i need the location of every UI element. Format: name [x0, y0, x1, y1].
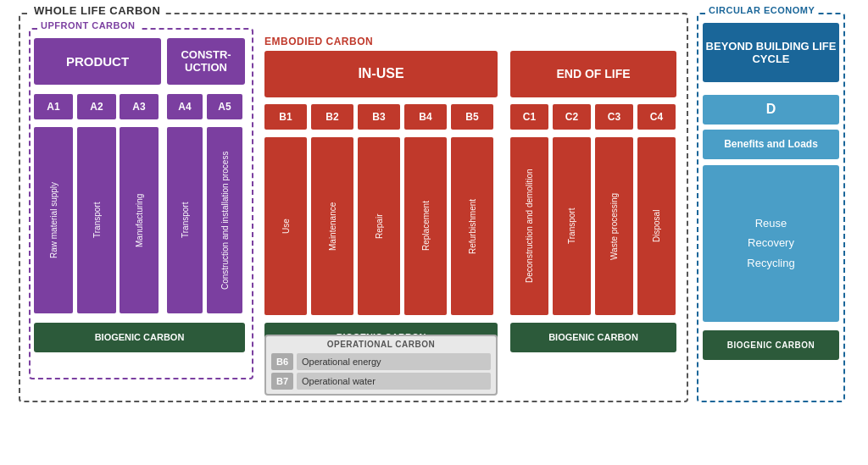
diagram-wrapper: WHOLE LIFE CARBON UPFRONT CARBON EMBODIE…: [19, 13, 849, 453]
recovery-label: Recovery: [748, 233, 794, 252]
item-construction-process: Construction and installation process: [207, 127, 242, 313]
circular-economy-label: CIRCULAR ECONOMY: [705, 5, 818, 15]
item-deconstruction: Deconstruction and demolition: [510, 137, 548, 315]
biogenic-carbon-end-of-life: BIOGENIC CARBON: [510, 323, 676, 352]
stage-c4: C4: [637, 104, 676, 130]
beyond-building-header: BEYOND BUILDING LIFE CYCLE: [703, 23, 839, 82]
item-maintenance: Maintenance: [311, 137, 353, 315]
stage-a4: A4: [167, 94, 203, 119]
operational-carbon-label: OPERATIONAL CARBON: [266, 336, 496, 351]
stage-b3: B3: [358, 104, 400, 130]
d-box: D: [703, 95, 839, 125]
biogenic-carbon-circular: BIOGENIC CARBON: [703, 330, 839, 360]
stage-b1: B1: [264, 104, 307, 130]
item-disposal: Disposal: [637, 137, 676, 315]
item-use: Use: [264, 137, 307, 315]
item-manufacturing: Manufacturing: [120, 127, 159, 313]
operational-carbon-box: OPERATIONAL CARBON B6 Operational energy…: [264, 335, 498, 396]
item-refurbishment: Refurbishment: [451, 137, 493, 315]
stage-a1: A1: [34, 94, 73, 119]
stage-a5: A5: [207, 94, 242, 119]
item-transport-a4: Transport: [167, 127, 203, 313]
b6-badge: B6: [271, 353, 293, 370]
recycling-label: Recycling: [747, 253, 794, 273]
end-of-life-header: END OF LIFE: [510, 51, 676, 97]
item-waste-processing: Waste processing: [595, 137, 633, 315]
item-transport-c2: Transport: [553, 137, 591, 315]
whole-life-carbon-label: WHOLE LIFE CARBON: [29, 4, 165, 17]
stage-b5: B5: [451, 104, 493, 130]
product-header: PRODUCT: [34, 38, 161, 85]
item-raw-material: Raw material supply: [34, 127, 73, 313]
beyond-building-label: BEYOND BUILDING LIFE CYCLE: [703, 40, 839, 65]
operational-energy-label: Operational energy: [297, 353, 491, 370]
operational-water-row: B7 Operational water: [271, 373, 491, 390]
reuse-recovery-recycling-box: Reuse Recovery Recycling: [703, 165, 839, 322]
reuse-label: Reuse: [755, 213, 787, 233]
in-use-header: IN-USE: [264, 51, 498, 97]
stage-a3: A3: [120, 94, 159, 119]
construction-label: CONSTR-UCTION: [181, 48, 231, 74]
construction-header: CONSTR-UCTION: [167, 38, 245, 85]
item-replacement: Replacement: [404, 137, 447, 315]
stage-c2: C2: [553, 104, 591, 130]
item-repair: Repair: [358, 137, 400, 315]
upfront-carbon-label: UPFRONT CARBON: [37, 20, 139, 30]
stage-b4: B4: [404, 104, 447, 130]
stage-c3: C3: [595, 104, 633, 130]
b7-badge: B7: [271, 373, 293, 390]
stage-b2: B2: [311, 104, 353, 130]
item-transport-a2: Transport: [77, 127, 116, 313]
benefits-and-loads-box: Benefits and Loads: [703, 130, 839, 159]
stage-c1: C1: [510, 104, 548, 130]
biogenic-carbon-upfront: BIOGENIC CARBON: [34, 323, 245, 352]
embodied-carbon-label: EMBODIED CARBON: [264, 36, 373, 47]
operational-water-label: Operational water: [297, 373, 491, 390]
stage-a2: A2: [77, 94, 116, 119]
operational-energy-row: B6 Operational energy: [271, 353, 491, 370]
